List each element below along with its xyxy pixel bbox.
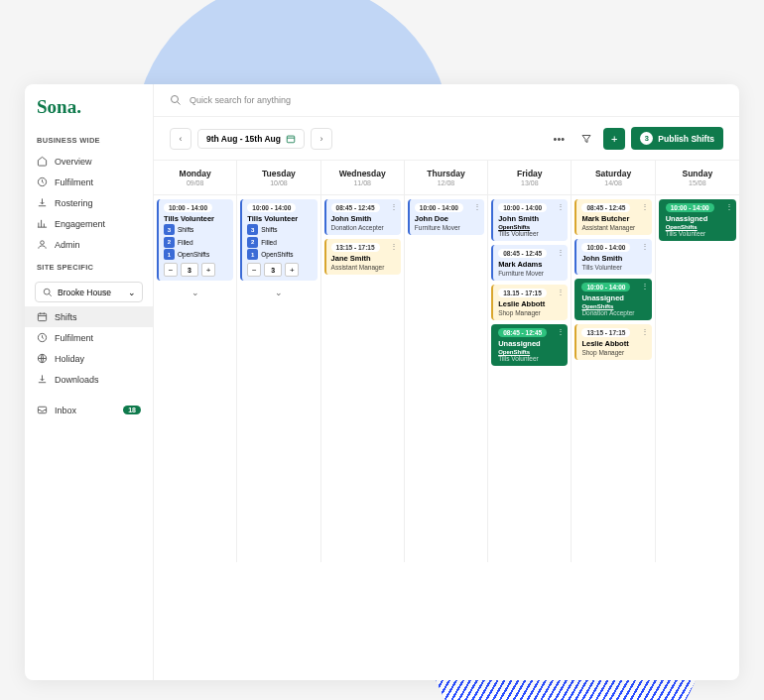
day-date: 11/08 xyxy=(325,179,400,186)
expand-button[interactable]: ⌄ xyxy=(240,285,317,300)
chart-icon xyxy=(37,218,48,229)
inbox-count-badge: 18 xyxy=(123,406,141,414)
calendar-body: 10:00 - 14:00Tills Volunteer3Shifts2Fill… xyxy=(154,195,739,562)
next-week-button[interactable]: › xyxy=(311,128,332,150)
expand-button[interactable]: ⌄ xyxy=(157,285,233,300)
sidebar-item-downloads[interactable]: Downloads xyxy=(25,369,153,390)
sidebar-item-fulfilment[interactable]: Fulfilment xyxy=(25,172,153,192)
sidebar-item-engagement[interactable]: Engagement xyxy=(25,213,153,234)
card-menu-icon[interactable]: ⋮ xyxy=(725,202,733,211)
day-name: Tuesday xyxy=(241,169,316,178)
day-column[interactable]: 10:00 - 14:00⋮John SmithOpenShiftsTills … xyxy=(488,195,572,562)
card-menu-icon[interactable]: ⋮ xyxy=(557,288,565,296)
card-menu-icon[interactable]: ⋮ xyxy=(390,242,398,251)
card-title: Tills Volunteer xyxy=(247,214,312,223)
day-column[interactable]: 10:00 - 14:00Tills Volunteer3Shifts2Fill… xyxy=(237,195,320,562)
stepper-plus[interactable]: + xyxy=(201,263,215,277)
calendar-icon xyxy=(37,311,48,322)
time-pill: 13:15 - 17:15 xyxy=(581,328,630,337)
search-placeholder: Quick search for anything xyxy=(190,95,291,105)
main-panel: Quick search for anything ‹ 9th Aug - 15… xyxy=(154,84,739,680)
card-menu-icon[interactable]: ⋮ xyxy=(641,202,649,211)
card-title: Mark Butcher xyxy=(581,214,646,223)
filter-button[interactable] xyxy=(575,128,597,150)
prev-week-button[interactable]: ‹ xyxy=(170,128,191,150)
shift-card[interactable]: 10:00 - 14:00⋮John DoeFurniture Mover xyxy=(408,199,484,235)
card-title: Unassigned xyxy=(498,339,563,348)
shift-card[interactable]: 08:45 - 12:45⋮John SmithDonation Accepte… xyxy=(324,199,401,235)
time-pill: 10:00 - 14:00 xyxy=(164,203,212,212)
download-icon xyxy=(37,197,48,208)
sidebar-item-rostering[interactable]: Rostering xyxy=(25,192,153,213)
sidebar-item-label: Overview xyxy=(55,157,92,167)
shift-card[interactable]: 08:45 - 12:45⋮Mark AdamsFurniture Mover xyxy=(491,245,568,281)
card-subtitle: Furniture Mover xyxy=(415,224,479,231)
user-icon xyxy=(37,239,48,250)
sidebar-item-holiday[interactable]: Holiday xyxy=(25,348,153,369)
shift-card[interactable]: 08:45 - 12:45⋮UnassignedOpenShiftsTills … xyxy=(491,324,568,366)
calendar-grid: Monday09/08Tuesday10/08Wednesday11/08Thu… xyxy=(154,161,739,680)
day-column[interactable]: 10:00 - 14:00⋮John DoeFurniture Mover xyxy=(405,195,488,562)
shift-card[interactable]: 13.15 - 17:15⋮Leslie AbbottShop Manager xyxy=(491,285,568,320)
stat-badge: 1 xyxy=(164,249,175,260)
logo: Sona. xyxy=(25,96,153,128)
card-menu-icon[interactable]: ⋮ xyxy=(557,327,565,336)
shift-card[interactable]: 08:45 - 12:45⋮Mark ButcherAssistant Mana… xyxy=(574,199,651,235)
shift-card[interactable]: 10:00 - 14:00Tills Volunteer3Shifts2Fill… xyxy=(157,199,233,281)
shift-card[interactable]: 10:00 - 14:00⋮UnassignedOpenShiftsDonati… xyxy=(574,279,651,320)
sidebar-section-site: SITE SPECIFIC xyxy=(25,255,153,278)
day-column[interactable]: 08:45 - 12:45⋮John SmithDonation Accepte… xyxy=(321,195,405,562)
card-menu-icon[interactable]: ⋮ xyxy=(641,327,649,336)
stepper-plus[interactable]: + xyxy=(285,263,299,277)
card-subtitle: Shop Manager xyxy=(581,349,646,356)
quantity-stepper: −3+ xyxy=(164,263,228,277)
card-menu-icon[interactable]: ⋮ xyxy=(557,248,565,257)
date-range-selector[interactable]: 9th Aug - 15th Aug xyxy=(197,129,305,149)
shift-card[interactable]: 13:15 - 17:15⋮Leslie AbbottShop Manager xyxy=(574,324,651,360)
time-pill: 13.15 - 17:15 xyxy=(498,289,547,297)
svg-point-1 xyxy=(41,241,45,245)
day-name: Monday xyxy=(158,169,232,178)
more-button[interactable]: ••• xyxy=(548,128,570,150)
sidebar-item-label: Holiday xyxy=(55,354,84,364)
shift-card[interactable]: 10:00 - 14:00Tills Volunteer3Shifts2Fill… xyxy=(240,199,317,281)
stat-label: Shifts xyxy=(261,226,277,233)
sidebar-item-label: Shifts xyxy=(55,312,77,322)
add-shift-button[interactable]: + xyxy=(603,128,625,150)
sidebar-item-overview[interactable]: Overview xyxy=(25,151,153,172)
shift-card[interactable]: 10:00 - 14:00⋮UnassignedOpenShiftsTills … xyxy=(659,199,736,241)
site-selector[interactable]: Brooke House ⌄ xyxy=(35,282,143,302)
card-title: John Smith xyxy=(331,214,396,223)
stepper-minus[interactable]: − xyxy=(247,263,261,277)
stepper-minus[interactable]: − xyxy=(164,263,178,277)
card-title: Unassigned xyxy=(581,293,646,302)
card-subtitle: Assistant Manager xyxy=(331,264,396,271)
sidebar-item-shifts[interactable]: Shifts xyxy=(25,306,153,327)
sidebar-item-fulfilment2[interactable]: Fulfilment xyxy=(25,327,153,348)
shift-card[interactable]: 13:15 - 17:15⋮Jane SmithAssistant Manage… xyxy=(324,239,401,275)
time-pill: 10:00 - 14:00 xyxy=(498,203,547,212)
sidebar-item-label: Fulfilment xyxy=(55,177,93,187)
day-column[interactable]: 10:00 - 14:00Tills Volunteer3Shifts2Fill… xyxy=(154,195,237,562)
shift-card[interactable]: 10:00 - 14:00⋮John SmithOpenShiftsTills … xyxy=(491,199,568,241)
card-menu-icon[interactable]: ⋮ xyxy=(641,282,649,291)
sidebar-item-inbox[interactable]: Inbox 18 xyxy=(25,400,153,420)
site-name: Brooke House xyxy=(58,288,111,297)
shift-card[interactable]: 10:00 - 14:00⋮John SmithTills Volunteer xyxy=(574,239,651,275)
day-column[interactable]: 10:00 - 14:00⋮UnassignedOpenShiftsTills … xyxy=(656,195,739,562)
day-column[interactable]: 08:45 - 12:45⋮Mark ButcherAssistant Mana… xyxy=(572,195,655,562)
search-icon xyxy=(170,94,182,106)
day-header: Wednesday11/08 xyxy=(321,161,405,194)
svg-rect-8 xyxy=(287,136,295,143)
sidebar-item-admin[interactable]: Admin xyxy=(25,234,153,255)
card-subtitle: Tills Volunteer xyxy=(498,230,563,237)
publish-shifts-button[interactable]: 3 Publish Shifts xyxy=(631,127,723,150)
day-header: Tuesday10/08 xyxy=(237,161,320,194)
card-menu-icon[interactable]: ⋮ xyxy=(557,202,565,211)
card-menu-icon[interactable]: ⋮ xyxy=(641,242,649,251)
time-pill: 08:45 - 12:45 xyxy=(331,203,380,212)
card-menu-icon[interactable]: ⋮ xyxy=(390,202,398,211)
card-menu-icon[interactable]: ⋮ xyxy=(473,202,481,211)
search-bar[interactable]: Quick search for anything xyxy=(154,84,739,117)
day-name: Thursday xyxy=(409,169,483,178)
